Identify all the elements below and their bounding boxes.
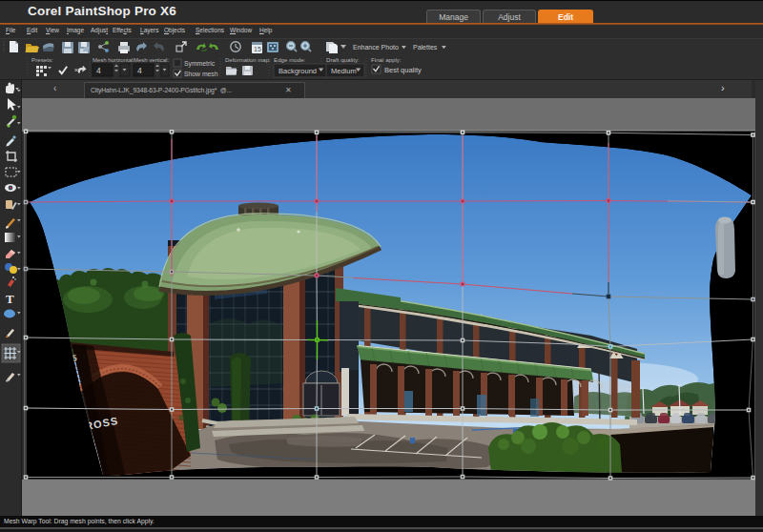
svg-text:Symmetric: Symmetric: [184, 60, 216, 68]
svg-text:T: T: [6, 292, 14, 306]
svg-text:4: 4: [96, 66, 101, 75]
svg-text:Best quality: Best quality: [384, 66, 422, 74]
svg-text:15: 15: [254, 46, 261, 52]
svg-text:Palettes: Palettes: [413, 44, 438, 51]
svg-text:Mesh vertical:: Mesh vertical:: [134, 57, 169, 63]
svg-text:Final apply:: Final apply:: [371, 56, 402, 63]
svg-text:Deformation map:: Deformation map:: [225, 57, 271, 63]
svg-text:Show mesh: Show mesh: [184, 71, 218, 77]
svg-text:Background: Background: [278, 67, 317, 75]
svg-text:Enhance Photo: Enhance Photo: [353, 44, 399, 51]
svg-text:Draft quality:: Draft quality:: [326, 56, 360, 63]
svg-text:4: 4: [137, 66, 142, 75]
svg-text:Edge mode:: Edge mode:: [274, 56, 306, 63]
svg-text:Mesh horizontal:: Mesh horizontal:: [93, 57, 134, 63]
svg-text:Medium: Medium: [331, 67, 357, 75]
svg-text:Presets:: Presets:: [31, 56, 53, 63]
